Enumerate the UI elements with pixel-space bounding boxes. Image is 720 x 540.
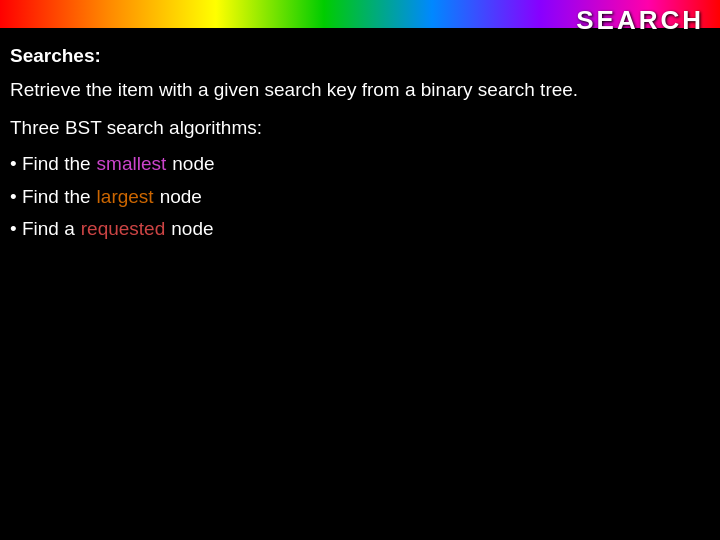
bullet-requested-highlight: requested xyxy=(81,215,166,244)
bullet-smallest-suffix: node xyxy=(172,150,214,179)
three-bst-label: Three BST search algorithms: xyxy=(10,114,710,143)
main-content: Searches: Retrieve the item with a given… xyxy=(10,42,710,540)
bullet-item-largest: • Find the largest node xyxy=(10,183,710,212)
bullet-item-requested: • Find a requested node xyxy=(10,215,710,244)
bullet-largest-highlight: largest xyxy=(97,183,154,212)
searches-heading: Searches: xyxy=(10,42,710,71)
bullet-smallest-highlight: smallest xyxy=(97,150,167,179)
bullet-requested-prefix: • Find a xyxy=(10,215,75,244)
bullet-requested-suffix: node xyxy=(171,215,213,244)
bullet-largest-suffix: node xyxy=(160,183,202,212)
bullet-item-smallest: • Find the smallest node xyxy=(10,150,710,179)
page-title: SEARCH xyxy=(576,5,704,35)
retrieve-description: Retrieve the item with a given search ke… xyxy=(10,75,710,104)
bullet-smallest-prefix: • Find the xyxy=(10,150,91,179)
bullet-largest-prefix: • Find the xyxy=(10,183,91,212)
title-bar: SEARCH xyxy=(0,5,720,36)
